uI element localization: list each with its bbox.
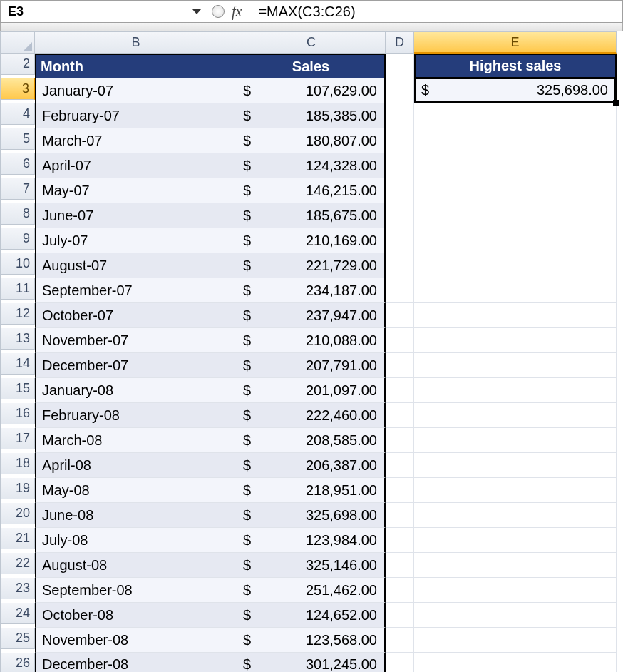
- cell-E7[interactable]: [414, 178, 617, 203]
- row-header-13[interactable]: 13: [1, 328, 35, 350]
- cell-E23[interactable]: [414, 578, 617, 603]
- row-header-9[interactable]: 9: [1, 228, 35, 250]
- cell-D25[interactable]: [386, 628, 414, 653]
- row-header-3[interactable]: 3: [1, 78, 35, 100]
- row-header-26[interactable]: 26: [1, 653, 35, 672]
- row-header-15[interactable]: 15: [1, 378, 35, 399]
- cell-D17[interactable]: [386, 428, 414, 453]
- cell-month-23[interactable]: September-08: [35, 578, 237, 603]
- cell-sales-8[interactable]: $185,675.00: [237, 203, 386, 228]
- cell-E19[interactable]: [414, 478, 617, 503]
- cell-E17[interactable]: [414, 428, 617, 453]
- cell-D15[interactable]: [386, 378, 414, 403]
- row-header-12[interactable]: 12: [1, 303, 35, 325]
- cell-D2[interactable]: [386, 54, 414, 78]
- cell-D9[interactable]: [386, 228, 414, 253]
- cell-sales-24[interactable]: $124,652.00: [237, 603, 386, 628]
- row-header-6[interactable]: 6: [1, 153, 35, 175]
- row-header-20[interactable]: 20: [1, 503, 35, 524]
- row-header-4[interactable]: 4: [1, 103, 35, 125]
- cell-month-14[interactable]: December-07: [35, 353, 237, 378]
- cell-sales-17[interactable]: $208,585.00: [237, 428, 386, 453]
- cell-month-20[interactable]: June-08: [35, 503, 237, 528]
- cell-E20[interactable]: [414, 503, 617, 528]
- cell-sales-12[interactable]: $237,947.00: [237, 303, 386, 328]
- cell-sales-9[interactable]: $210,169.00: [237, 228, 386, 253]
- row-header-14[interactable]: 14: [1, 353, 35, 375]
- cell-sales-25[interactable]: $123,568.00: [237, 628, 386, 653]
- row-header-18[interactable]: 18: [1, 453, 35, 474]
- cell-sales-13[interactable]: $210,088.00: [237, 328, 386, 353]
- cell-D26[interactable]: [386, 653, 414, 672]
- cell-E25[interactable]: [414, 628, 617, 653]
- cell-month-26[interactable]: December-08: [35, 653, 237, 672]
- row-header-21[interactable]: 21: [1, 528, 35, 549]
- cell-month-16[interactable]: February-08: [35, 403, 237, 428]
- cell-D16[interactable]: [386, 403, 414, 428]
- cell-D14[interactable]: [386, 353, 414, 378]
- row-header-25[interactable]: 25: [1, 628, 35, 649]
- cell-E18[interactable]: [414, 453, 617, 478]
- row-header-24[interactable]: 24: [1, 603, 35, 624]
- cell-month-11[interactable]: September-07: [35, 278, 237, 303]
- cell-D6[interactable]: [386, 153, 414, 178]
- cell-E16[interactable]: [414, 403, 617, 428]
- cell-sales-23[interactable]: $251,462.00: [237, 578, 386, 603]
- cell-sales-4[interactable]: $185,385.00: [237, 103, 386, 128]
- cell-E4[interactable]: [414, 103, 617, 128]
- cell-month-10[interactable]: August-07: [35, 253, 237, 278]
- row-header-2[interactable]: 2: [1, 54, 35, 75]
- cell-D10[interactable]: [386, 253, 414, 278]
- row-header-17[interactable]: 17: [1, 428, 35, 449]
- cell-E12[interactable]: [414, 303, 617, 328]
- row-header-11[interactable]: 11: [1, 278, 35, 300]
- row-header-7[interactable]: 7: [1, 178, 35, 200]
- cell-D7[interactable]: [386, 178, 414, 203]
- cell-E5[interactable]: [414, 128, 617, 153]
- cell-E9[interactable]: [414, 228, 617, 253]
- cell-E22[interactable]: [414, 553, 617, 578]
- cell-sales-19[interactable]: $218,951.00: [237, 478, 386, 503]
- cell-E14[interactable]: [414, 353, 617, 378]
- cell-E24[interactable]: [414, 603, 617, 628]
- column-header-B[interactable]: B: [35, 32, 237, 54]
- row-header-22[interactable]: 22: [1, 553, 35, 574]
- cell-sales-20[interactable]: $325,698.00: [237, 503, 386, 528]
- cell-sales-18[interactable]: $206,387.00: [237, 453, 386, 478]
- cell-D8[interactable]: [386, 203, 414, 228]
- cell-D18[interactable]: [386, 453, 414, 478]
- cell-D23[interactable]: [386, 578, 414, 603]
- cell-E8[interactable]: [414, 203, 617, 228]
- cell-month-8[interactable]: June-07: [35, 203, 237, 228]
- cell-E10[interactable]: [414, 253, 617, 278]
- cell-D5[interactable]: [386, 128, 414, 153]
- row-header-23[interactable]: 23: [1, 578, 35, 599]
- column-header-E[interactable]: E: [414, 32, 617, 54]
- cell-month-24[interactable]: October-08: [35, 603, 237, 628]
- row-header-10[interactable]: 10: [1, 253, 35, 275]
- cell-E13[interactable]: [414, 328, 617, 353]
- formula-input[interactable]: =MAX(C3:C26): [249, 1, 622, 22]
- cell-E21[interactable]: [414, 528, 617, 553]
- cell-highest-sales[interactable]: $325,698.00: [414, 78, 617, 103]
- cell-D19[interactable]: [386, 478, 414, 503]
- cell-sales-6[interactable]: $124,328.00: [237, 153, 386, 178]
- insert-function-button[interactable]: fx: [232, 4, 242, 20]
- cell-sales-21[interactable]: $123,984.00: [237, 528, 386, 553]
- cell-month-9[interactable]: July-07: [35, 228, 237, 253]
- cell-sales-15[interactable]: $201,097.00: [237, 378, 386, 403]
- cell-D21[interactable]: [386, 528, 414, 553]
- cell-sales-7[interactable]: $146,215.00: [237, 178, 386, 203]
- cell-month-17[interactable]: March-08: [35, 428, 237, 453]
- cell-sales-22[interactable]: $325,146.00: [237, 553, 386, 578]
- cell-D20[interactable]: [386, 503, 414, 528]
- cell-month-6[interactable]: April-07: [35, 153, 237, 178]
- cell-month-21[interactable]: July-08: [35, 528, 237, 553]
- row-header-19[interactable]: 19: [1, 478, 35, 499]
- cell-sales-16[interactable]: $222,460.00: [237, 403, 386, 428]
- cell-month-13[interactable]: November-07: [35, 328, 237, 353]
- cell-sales-3[interactable]: $107,629.00: [237, 78, 386, 103]
- cell-sales-14[interactable]: $207,791.00: [237, 353, 386, 378]
- name-box-dropdown-icon[interactable]: [192, 9, 201, 14]
- select-all-corner[interactable]: [1, 32, 35, 54]
